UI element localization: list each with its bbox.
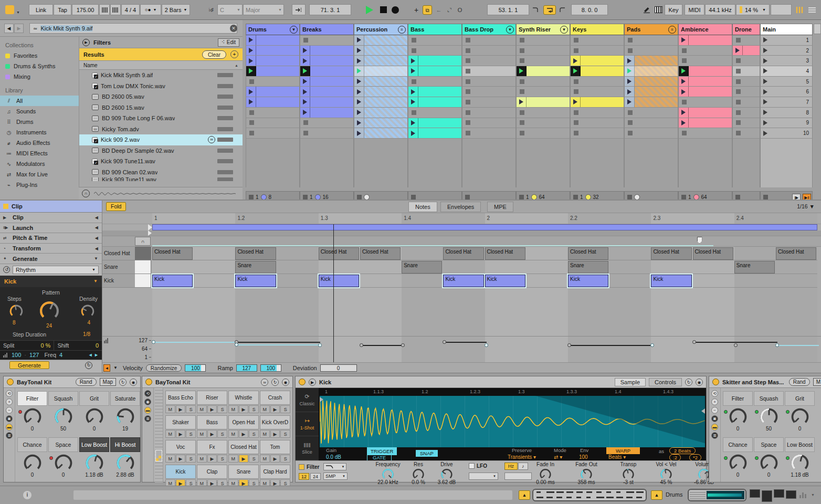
sidebar-item-mixing[interactable]: Mixing: [0, 71, 79, 82]
clip-slot[interactable]: [624, 87, 678, 97]
macro-label[interactable]: Filter: [723, 391, 753, 406]
clip-slot[interactable]: [300, 97, 354, 108]
clip-slot[interactable]: [516, 35, 570, 46]
drum-pad-voc[interactable]: VocM▶S: [165, 440, 196, 464]
track-stop-button[interactable]: [681, 195, 686, 200]
clip-slot[interactable]: [300, 56, 354, 66]
pad-solo-button[interactable]: S: [217, 430, 227, 438]
clip-launch-zone[interactable]: [679, 108, 689, 118]
device-on-toggle[interactable]: [712, 379, 719, 385]
clip-launch-zone[interactable]: [354, 108, 364, 118]
clip-slot[interactable]: [516, 97, 570, 108]
automation-arm-button[interactable]: ⧉: [422, 4, 433, 15]
clip-launch-zone[interactable]: [408, 118, 418, 128]
scene-slot[interactable]: 2: [760, 46, 813, 56]
search-input[interactable]: ≃Kick Mkit Synth 9.aif: [29, 23, 237, 34]
section-pitch-time[interactable]: ⇄Pitch & Time◀: [0, 233, 102, 244]
pad-mute-button[interactable]: M: [165, 455, 175, 463]
clip-slot[interactable]: [246, 66, 300, 77]
clear-button[interactable]: Clear: [202, 50, 226, 59]
pad-mute-button[interactable]: M: [260, 430, 270, 438]
drum-pad-clap[interactable]: ClapM▶S: [197, 465, 227, 488]
file-row[interactable]: ⋯Kick Mkit Synth 9.aif: [79, 70, 243, 81]
clip-slot[interactable]: [516, 56, 570, 66]
mode-slice[interactable]: ‖‖‖Slice: [296, 436, 319, 460]
section-clip[interactable]: ▶Clip◀: [0, 213, 102, 223]
save-icon[interactable]: ◉: [130, 379, 137, 386]
drum-pad-bass-echo[interactable]: Bass EchoM▶S: [165, 391, 196, 414]
pad-solo-button[interactable]: S: [217, 405, 227, 413]
overdub-button[interactable]: +: [412, 4, 421, 15]
deviation-value[interactable]: 0: [320, 364, 357, 372]
search-clear-icon[interactable]: ✕: [230, 25, 237, 32]
macro-label[interactable]: Saturate: [110, 391, 140, 406]
knob[interactable]: [759, 452, 780, 473]
pad-play-button[interactable]: ▶: [239, 430, 249, 438]
midi-note[interactable]: Closed Hat: [235, 247, 276, 260]
as-beats-value[interactable]: 2 Beats: [669, 447, 696, 454]
clip-slot[interactable]: [408, 118, 462, 129]
drum-pad-shaker[interactable]: ShakerM▶S: [165, 415, 196, 439]
pad-solo-button[interactable]: S: [280, 405, 290, 413]
quantize-menu[interactable]: 2 Bars▼: [162, 4, 190, 15]
sample-start-marker[interactable]: [320, 397, 323, 402]
scene-slot[interactable]: 4: [760, 66, 813, 77]
clip-slot[interactable]: [570, 87, 624, 97]
clip-slot[interactable]: [678, 97, 732, 108]
meter-dropdown-icon[interactable]: ▼: [811, 493, 815, 497]
clip-slot[interactable]: [732, 108, 760, 118]
track-header[interactable]: Ambience: [678, 24, 732, 35]
device-title-bar[interactable]: ▶KickSampleControls↻◉: [296, 376, 706, 388]
shift-cell[interactable]: Shift0: [54, 341, 102, 350]
clip-slot[interactable]: [732, 77, 760, 87]
pad-mute-button[interactable]: M: [197, 455, 207, 463]
split-cell[interactable]: Split0 %: [0, 341, 54, 350]
sidebar-item-plug-ins[interactable]: ⌁Plug-Ins: [0, 180, 79, 190]
clip-launch-zone[interactable]: [571, 56, 581, 66]
io-icon[interactable]: ◉: [144, 398, 151, 405]
device-title-bar[interactable]: Skitter and Step Mas...RandM: [709, 376, 821, 388]
clip-slot[interactable]: [408, 46, 462, 56]
knob[interactable]: [53, 452, 74, 473]
clip-launch-zone[interactable]: [300, 46, 310, 56]
clip-launch-zone[interactable]: [408, 87, 418, 97]
clip-launch-zone[interactable]: [300, 56, 310, 66]
output-meter-icon[interactable]: [799, 490, 807, 500]
clip-slot[interactable]: [570, 46, 624, 56]
file-row[interactable]: ⋯BD 2600 05.wav: [79, 91, 243, 102]
tab-mpe[interactable]: MPE: [487, 202, 513, 212]
loop-length-display[interactable]: 8. 0. 0: [571, 4, 608, 15]
clip-launch-zone[interactable]: [625, 87, 635, 97]
preview-headphone-button[interactable]: ∩: [135, 237, 151, 246]
clip-slot[interactable]: [624, 108, 678, 118]
pad-solo-button[interactable]: S: [186, 430, 196, 438]
filter-type-dropdown[interactable]: ▼: [323, 463, 346, 470]
clip-slot[interactable]: [570, 97, 624, 108]
map-button[interactable]: M: [813, 378, 821, 386]
clip-launch-zone[interactable]: [246, 56, 256, 66]
file-row[interactable]: ⋯Tom Low DMX Tonic.wav: [79, 81, 243, 92]
piano-key[interactable]: [135, 260, 151, 274]
clip-launch-zone[interactable]: [246, 46, 256, 56]
clip-slot[interactable]: [408, 56, 462, 66]
track-dropdown-icon[interactable]: ▼: [290, 26, 298, 34]
play-button[interactable]: [364, 4, 375, 15]
tap-button[interactable]: Tap: [54, 4, 71, 15]
pad-play-button[interactable]: ▶: [207, 405, 217, 413]
clip-slot[interactable]: [678, 35, 732, 46]
clip-launch-zone[interactable]: [354, 77, 364, 87]
device-title-bar[interactable]: BayTonal Kit≃↻◉: [142, 376, 292, 388]
loop-start-marker[interactable]: [148, 224, 152, 230]
rand-button[interactable]: Rand: [76, 378, 97, 386]
second-window-toggle[interactable]: [807, 4, 817, 15]
edit-button[interactable]: ⠪Edit: [218, 38, 239, 47]
midi-note[interactable]: Closed Hat: [152, 247, 193, 260]
clip-launch-zone[interactable]: [354, 35, 364, 45]
add-macro-icon[interactable]: +: [6, 398, 13, 405]
clip-slot[interactable]: [516, 108, 570, 118]
sidebar-item-favorites[interactable]: Favorites: [0, 50, 79, 61]
clip-slot[interactable]: [246, 97, 300, 108]
fold-button[interactable]: Fold: [106, 202, 126, 211]
track-header[interactable]: Pads≡: [624, 24, 678, 35]
mode-1-shot[interactable]: ↦1-Shot: [296, 412, 319, 436]
